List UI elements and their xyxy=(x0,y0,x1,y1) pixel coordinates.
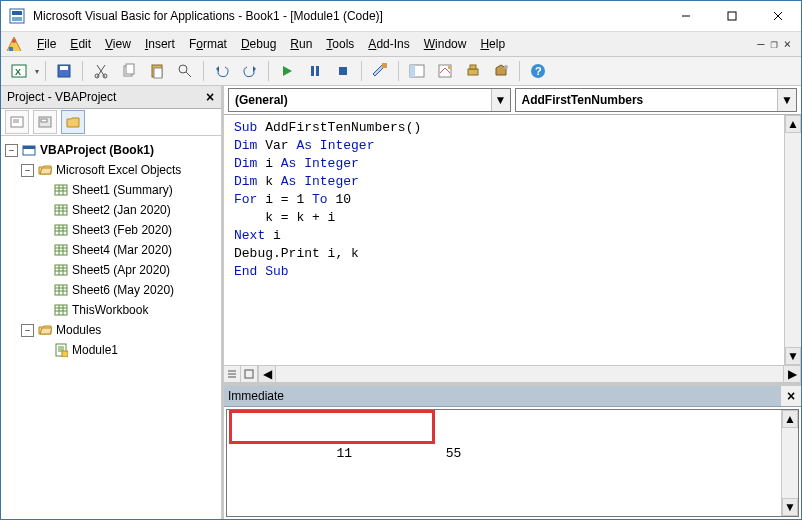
svg-point-14 xyxy=(103,74,107,78)
scroll-right-icon[interactable]: ▶ xyxy=(783,365,801,383)
workbook-icon xyxy=(54,303,68,317)
tree-sheet[interactable]: Sheet4 (Mar 2020) xyxy=(37,240,219,260)
svg-point-31 xyxy=(504,65,508,69)
menu-tools[interactable]: Tools xyxy=(320,35,360,53)
highlight-box xyxy=(229,410,435,444)
redo-icon[interactable] xyxy=(238,59,262,83)
horizontal-scrollbar[interactable]: ◀ ▶ xyxy=(224,365,801,382)
immediate-close[interactable]: × xyxy=(781,386,801,406)
save-icon[interactable] xyxy=(52,59,76,83)
copy-icon[interactable] xyxy=(117,59,141,83)
menu-file[interactable]: File xyxy=(31,35,62,53)
svg-rect-24 xyxy=(382,63,387,68)
project-tree[interactable]: − VBAProject (Book1) − Microsoft Excel O… xyxy=(1,136,221,519)
mdi-close[interactable]: × xyxy=(784,37,791,51)
menu-run[interactable]: Run xyxy=(284,35,318,53)
menu-window[interactable]: Window xyxy=(418,35,473,53)
scroll-down-icon[interactable]: ▼ xyxy=(785,347,801,365)
worksheet-icon xyxy=(54,223,68,237)
view-code-icon[interactable] xyxy=(5,110,29,134)
chevron-down-icon[interactable]: ▼ xyxy=(491,89,510,111)
menu-addins[interactable]: Add-Ins xyxy=(362,35,415,53)
svg-rect-80 xyxy=(62,351,68,357)
svg-rect-84 xyxy=(245,370,253,378)
mdi-restore[interactable]: ❐ xyxy=(771,37,778,51)
view-object-icon[interactable] xyxy=(33,110,57,134)
collapse-icon[interactable]: − xyxy=(21,324,34,337)
menu-view[interactable]: View xyxy=(99,35,137,53)
tree-sheet-label: Sheet2 (Jan 2020) xyxy=(72,201,171,219)
collapse-icon[interactable]: − xyxy=(21,164,34,177)
menu-help[interactable]: Help xyxy=(474,35,511,53)
tree-thisworkbook-label: ThisWorkbook xyxy=(72,301,148,319)
tree-root[interactable]: − VBAProject (Book1) xyxy=(5,140,219,160)
tree-sheet[interactable]: Sheet3 (Feb 2020) xyxy=(37,220,219,240)
tree-sheet[interactable]: Sheet2 (Jan 2020) xyxy=(37,200,219,220)
svg-rect-40 xyxy=(23,146,35,149)
vertical-scrollbar[interactable]: ▲ ▼ xyxy=(784,115,801,365)
view-excel-icon[interactable]: X xyxy=(7,59,31,83)
svg-rect-12 xyxy=(60,66,68,70)
svg-rect-66 xyxy=(55,285,67,295)
properties-icon[interactable] xyxy=(433,59,457,83)
menu-format[interactable]: Format xyxy=(183,35,233,53)
immediate-window[interactable]: 11 55 xyxy=(227,410,781,516)
project-pane-close[interactable]: × xyxy=(199,86,221,108)
procedure-view-icon[interactable] xyxy=(224,366,241,382)
menu-edit[interactable]: Edit xyxy=(64,35,97,53)
svg-rect-4 xyxy=(728,12,736,20)
object-browser-icon[interactable] xyxy=(461,59,485,83)
procedure-dropdown[interactable]: AddFirstTenNumbers ▼ xyxy=(515,88,798,112)
toolbox-icon[interactable] xyxy=(489,59,513,83)
toggle-folders-icon[interactable] xyxy=(61,110,85,134)
scroll-down-icon[interactable]: ▼ xyxy=(782,498,798,516)
scroll-left-icon[interactable]: ◀ xyxy=(258,365,276,383)
paste-icon[interactable] xyxy=(145,59,169,83)
tree-thisworkbook[interactable]: ThisWorkbook xyxy=(37,300,219,320)
menu-debug[interactable]: Debug xyxy=(235,35,282,53)
vertical-scrollbar[interactable]: ▲ ▼ xyxy=(781,410,798,516)
tree-folder-label: Microsoft Excel Objects xyxy=(56,161,181,179)
svg-line-20 xyxy=(186,72,191,77)
cut-icon[interactable] xyxy=(89,59,113,83)
help-icon[interactable]: ? xyxy=(526,59,550,83)
editor-area: (General) ▼ AddFirstTenNumbers ▼ Sub Add… xyxy=(224,86,801,519)
tree-folder-modules[interactable]: − Modules xyxy=(21,320,219,340)
tree-sheet[interactable]: Sheet6 (May 2020) xyxy=(37,280,219,300)
tree-folder-excel-objects[interactable]: − Microsoft Excel Objects xyxy=(21,160,219,180)
full-module-view-icon[interactable] xyxy=(241,366,258,382)
code-editor[interactable]: Sub AddFirstTenNumbers()Dim Var As Integ… xyxy=(224,115,784,365)
find-icon[interactable] xyxy=(173,59,197,83)
mdi-minimize[interactable]: – xyxy=(757,37,764,51)
window-controls xyxy=(663,1,801,31)
tree-sheet[interactable]: Sheet5 (Apr 2020) xyxy=(37,260,219,280)
scroll-up-icon[interactable]: ▲ xyxy=(782,410,798,428)
standard-toolbar: X ▾ ? xyxy=(1,57,801,86)
immediate-output: 11 55 xyxy=(329,446,462,461)
run-icon[interactable] xyxy=(275,59,299,83)
object-dropdown[interactable]: (General) ▼ xyxy=(228,88,511,112)
svg-rect-51 xyxy=(55,225,67,235)
scroll-up-icon[interactable]: ▲ xyxy=(785,115,801,133)
break-icon[interactable] xyxy=(303,59,327,83)
chevron-down-icon[interactable]: ▼ xyxy=(777,89,796,111)
menu-insert[interactable]: Insert xyxy=(139,35,181,53)
maximize-button[interactable] xyxy=(709,1,755,31)
vba-app-icon xyxy=(9,8,25,24)
svg-rect-18 xyxy=(154,68,162,78)
reset-icon[interactable] xyxy=(331,59,355,83)
collapse-icon[interactable]: − xyxy=(5,144,18,157)
project-explorer-icon[interactable] xyxy=(405,59,429,83)
design-mode-icon[interactable] xyxy=(368,59,392,83)
svg-rect-56 xyxy=(55,245,67,255)
undo-icon[interactable] xyxy=(210,59,234,83)
project-pane-title: Project - VBAProject × xyxy=(1,86,221,109)
tree-module[interactable]: Module1 xyxy=(37,340,219,360)
tree-sheet[interactable]: Sheet1 (Summary) xyxy=(37,180,219,200)
tree-module-label: Module1 xyxy=(72,341,118,359)
close-button[interactable] xyxy=(755,1,801,31)
tree-folder-label: Modules xyxy=(56,321,101,339)
minimize-button[interactable] xyxy=(663,1,709,31)
procedure-dropdown-value: AddFirstTenNumbers xyxy=(516,93,778,107)
project-icon xyxy=(22,143,36,157)
